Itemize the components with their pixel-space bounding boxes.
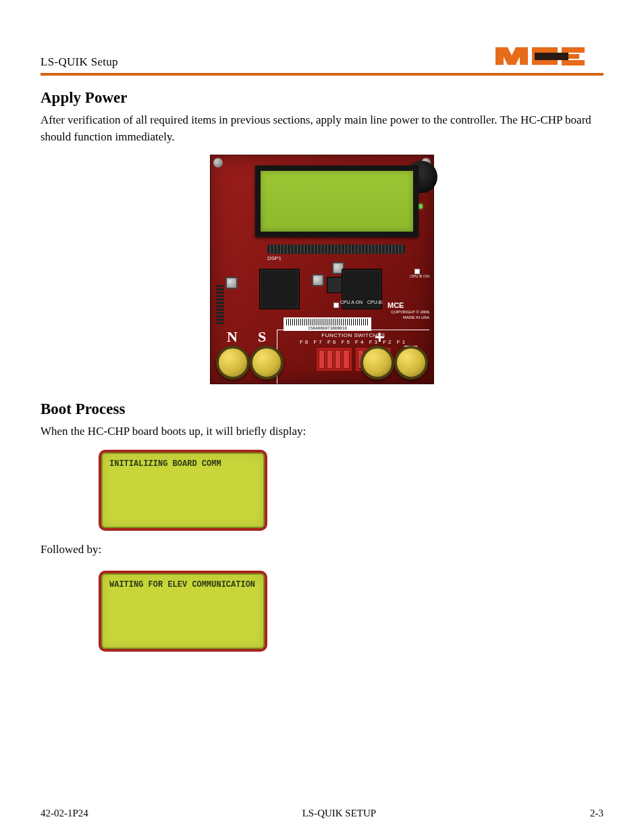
dip-switch-block-1-icon [316, 347, 352, 371]
power-led-icon [418, 204, 423, 209]
boot-process-heading: Boot Process [41, 400, 603, 418]
barcode-icon: 1504006073000010 [284, 317, 371, 331]
lcd-message-2-text: WAITING FOR ELEV COMMUNICATION [109, 580, 257, 590]
yellow-button-3-icon [360, 346, 394, 380]
s1-button-icon [225, 277, 238, 289]
cpu-a-chip-icon [259, 269, 300, 309]
hc-chp-board-photo: DSP1 CPU B ON CPU A ON CPU-B: MCE COPYRI… [210, 155, 434, 384]
footer-page-number: 2-3 [590, 808, 603, 819]
header-pins-icon [267, 244, 405, 254]
cpu-b-on-label: CPU B ON [410, 274, 429, 278]
yellow-button-2-icon [250, 346, 284, 380]
footer-manual-id: 42-02-1P24 [41, 808, 88, 819]
yellow-button-4-icon [394, 346, 428, 380]
plus-label: + [375, 327, 385, 348]
screw-icon [213, 158, 223, 167]
page-header-title: LS-QUIK Setup [41, 55, 118, 69]
s2-button-icon [312, 274, 324, 286]
cpu-a-led-icon [333, 303, 339, 308]
svg-rect-7 [535, 53, 568, 60]
board-copyright: COPYRIGHT © 2006 MADE IN USA [391, 309, 429, 320]
dsp1-label: DSP1 [267, 255, 281, 261]
resistor-strip-icon [216, 285, 224, 325]
cpu-a-label: CPU A ON [340, 300, 363, 305]
n-label: N [227, 328, 238, 346]
s-label: S [258, 328, 266, 346]
yellow-button-1-icon [216, 346, 250, 380]
cpu-b-label: CPU-B: [367, 300, 383, 305]
boot-process-body: When the HC-CHP board boots up, it will … [41, 423, 603, 440]
small-chip-icon [327, 277, 343, 293]
apply-power-heading: Apply Power [41, 89, 603, 107]
lcd-message-2: WAITING FOR ELEV COMMUNICATION [99, 571, 267, 652]
cpu-b-led-icon [414, 269, 420, 274]
svg-text:MCE: MCE [387, 301, 404, 309]
apply-power-body: After verification of all required items… [41, 112, 603, 145]
footer-page-label: LS-QUIK SETUP [302, 808, 377, 819]
minus-label: _ [404, 330, 417, 342]
lcd-message-1-text: INITIALIZING BOARD COMM [109, 459, 257, 469]
lcd-message-1: INITIALIZING BOARD COMM [99, 450, 267, 531]
header-rule [41, 73, 603, 76]
mce-logo [494, 42, 586, 70]
followed-by-text: Followed by: [41, 542, 603, 558]
board-lcd [255, 165, 419, 237]
